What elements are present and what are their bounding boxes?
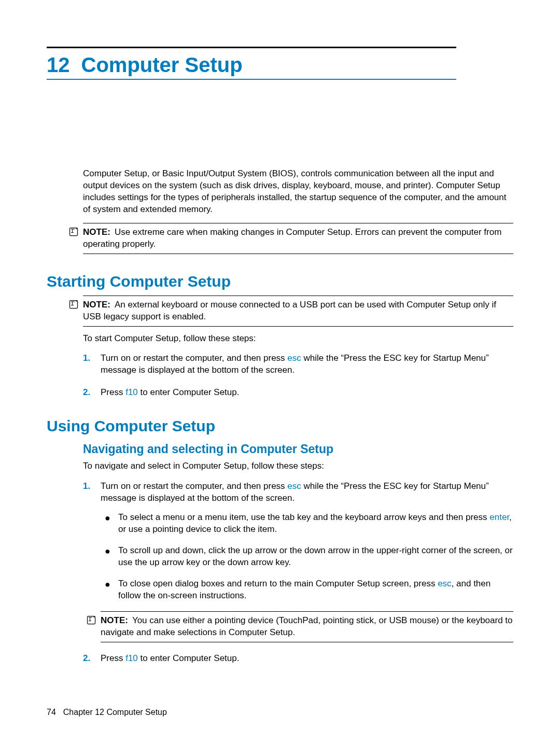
note-label: NOTE: [83,227,110,237]
body-column: Computer Setup, or Basic Input/Output Sy… [83,168,513,254]
key-esc: esc [287,481,301,491]
chapter-heading: 12Computer Setup [47,53,513,77]
footer-chapter-ref: Chapter 12 Computer Setup [63,708,167,716]
top-rule [47,47,456,48]
steps-list: 1. Turn on or restart the computer, and … [83,353,513,399]
step-number: 2. [83,653,101,665]
bullet-text: To close open dialog boxes and return to… [118,578,513,602]
note-rule-bottom [83,254,513,254]
subsection-navigating-heading: Navigating and selecting in Computer Set… [83,442,513,456]
bullet-icon: ● [101,578,118,591]
bullet-item: ● To select a menu or a menu item, use t… [101,512,513,536]
bullet-text: To select a menu or a menu item, use the… [118,512,513,536]
step-text: Press f10 to enter Computer Setup. [101,653,513,665]
chapter-title-text: Computer Setup [81,53,243,76]
step-number: 2. [83,387,101,399]
note-text: An external keyboard or mouse connected … [83,300,496,321]
step-item: 1. Turn on or restart the computer, and … [83,353,513,376]
intro-paragraph: Computer Setup, or Basic Input/Output Sy… [83,168,513,216]
step-text: Turn on or restart the computer, and the… [101,481,513,642]
key-esc: esc [287,353,301,363]
bullet-item: ● To close open dialog boxes and return … [101,578,513,602]
note-block: NOTE:Use extreme care when making change… [83,223,513,254]
note-block: NOTE:You can use either a pointing devic… [101,611,513,642]
note-block: NOTE:An external keyboard or mouse conne… [83,296,513,327]
note-rule-bottom [83,326,513,327]
note-rule-bottom [101,642,513,642]
note-text: Use extreme care when making changes in … [83,227,501,249]
step-number: 1. [83,481,101,493]
page-footer: 74Chapter 12 Computer Setup [47,708,167,717]
section-starting-body: NOTE:An external keyboard or mouse conne… [83,296,513,399]
heading-underline [47,79,456,80]
page-number: 74 [47,708,56,716]
key-esc: esc [438,579,451,588]
steps-list: 1. Turn on or restart the computer, and … [83,481,513,664]
note-icon [68,227,79,239]
step-item: 2. Press f10 to enter Computer Setup. [83,387,513,399]
bullet-list: ● To select a menu or a menu item, use t… [101,512,513,602]
step-number: 1. [83,353,101,364]
key-f10: f10 [125,387,138,397]
bullet-icon: ● [101,545,118,557]
chapter-number: 12 [47,53,70,77]
section-starting-heading: Starting Computer Setup [47,273,513,290]
document-page: 12Computer Setup Computer Setup, or Basi… [0,0,560,745]
section-using-heading: Using Computer Setup [47,417,513,435]
note-text: You can use either a pointing device (To… [101,615,513,637]
note-label: NOTE: [101,615,128,625]
bullet-text: To scroll up and down, click the up arro… [118,545,513,569]
step-text: Turn on or restart the computer, and the… [101,353,513,376]
note-icon [68,299,79,312]
key-enter: enter [489,512,509,522]
step-text: Press f10 to enter Computer Setup. [101,387,513,399]
note-icon [86,615,96,629]
section-lead: To start Computer Setup, follow these st… [83,333,513,345]
note-label: NOTE: [83,300,110,310]
subsection-lead: To navigate and select in Computer Setup… [83,460,513,472]
key-f10: f10 [125,653,138,663]
step-item: 1. Turn on or restart the computer, and … [83,481,513,642]
section-using-body: To navigate and select in Computer Setup… [83,460,513,664]
bullet-item: ● To scroll up and down, click the up ar… [101,545,513,569]
bullet-icon: ● [101,512,118,524]
step-item: 2. Press f10 to enter Computer Setup. [83,653,513,665]
